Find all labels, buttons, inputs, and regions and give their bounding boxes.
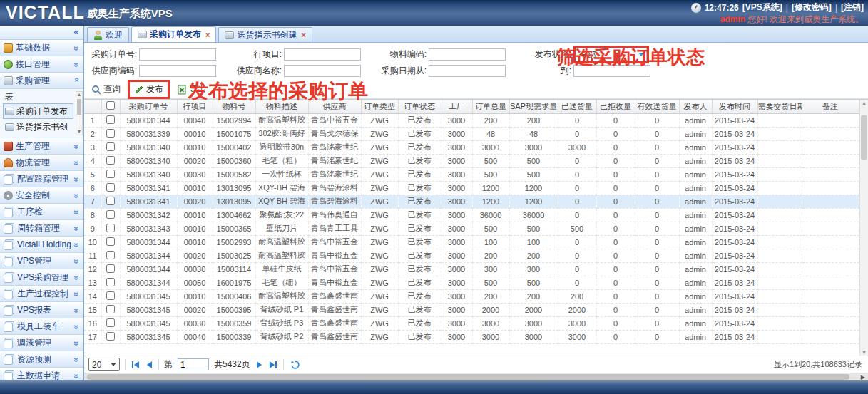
vps-system-link[interactable]: [VPS系统] [742,1,782,14]
material-code-input[interactable] [429,48,506,61]
sidebar-item-6[interactable]: 安全控制» [0,187,83,204]
table-row[interactable]: 1758000313450004015000339背绒砂纸 P2青岛鑫盛世南ZW… [84,330,859,343]
row-checkbox[interactable] [106,291,115,300]
date-from-input[interactable] [429,65,506,77]
column-header[interactable]: 已拒收量 [596,100,635,113]
column-header[interactable]: 采购订单号 [120,100,177,113]
sidebar-item-15[interactable]: 调漆管理» [0,335,83,351]
sidebar-item-2[interactable]: 采购管理» [0,73,83,89]
table-row[interactable]: 958000313430001015000365壁纸刀片青岛青工工具ZWG已发布… [84,222,859,235]
column-header[interactable]: 发布人 [679,100,712,113]
table-row[interactable]: 1258000313440003015003114单硅牛皮纸青岛中裕五金ZWG已… [84,262,859,276]
scroll-right-icon[interactable]: ▶ [861,374,865,380]
tab-2[interactable]: 送货指示书创建× [218,27,312,42]
tab-0[interactable]: 欢迎 [87,27,129,42]
column-header[interactable]: 订单总量 [472,100,509,113]
row-checkbox[interactable] [106,115,115,124]
row-checkbox[interactable] [106,183,115,192]
row-checkbox[interactable] [106,129,115,138]
supplier-name-input[interactable] [284,65,361,77]
page-number-input[interactable] [178,358,209,370]
sidebar-item-14[interactable]: 模具工装车» [0,318,83,335]
change-password-link[interactable]: [修改密码] [792,1,832,14]
prev-page-button[interactable] [145,360,153,370]
tab-close-icon[interactable]: × [301,31,305,39]
sidebar-item-9[interactable]: Victall Holding» [0,237,83,253]
table-row[interactable]: 358000313400001015000402透明胶带30n青岛洺豪世纪ZWG… [84,140,859,154]
horizontal-scroll-thumb[interactable] [87,374,849,380]
sidebar-item-0[interactable]: 基础数据» [0,40,83,56]
tab-1[interactable]: 采购订单发布× [131,26,216,42]
table-row[interactable]: 658000313410001013013095XQY-BH 碧海青岛碧海涂料Z… [84,181,859,195]
row-checkbox[interactable] [106,305,115,313]
row-checkbox[interactable] [106,210,115,219]
row-checkbox[interactable] [106,197,115,205]
scroll-up-icon[interactable]: ▲ [860,100,868,106]
row-checkbox[interactable] [106,237,115,246]
table-row[interactable]: 458000313400002015000360毛笔（粗）青岛洺豪世纪ZWG已发… [84,154,859,167]
submenu-scrollbar[interactable]: ▲▼ [76,91,83,135]
last-page-button[interactable] [268,360,278,370]
next-page-button[interactable] [255,360,263,370]
column-header[interactable]: 需要交货日期 [757,100,802,113]
sidebar-item-4[interactable]: 物流管理» [0,155,83,171]
sidebar-item-5[interactable]: 配置跟踪管理» [0,171,83,187]
row-checkbox[interactable] [106,170,115,178]
select-all-checkbox[interactable] [106,101,115,110]
table-row[interactable]: 1358000313440005016001975毛笔（细）青岛中裕五金ZWG已… [84,276,859,289]
column-header[interactable]: 备注 [802,100,859,113]
submenu-item-0[interactable]: 采购订单发布 [3,103,73,119]
scroll-up-icon[interactable]: ▲ [76,92,82,98]
table-row[interactable]: 758000313410002013013095XQY-BH 碧海青岛碧海涂料Z… [84,195,859,208]
column-header[interactable]: 发布时间 [712,100,757,113]
horizontal-scrollbar[interactable]: ▶ [84,373,868,380]
sidebar-item-3[interactable]: 生产管理» [0,138,83,155]
sidebar-item-1[interactable]: 接口管理» [0,56,83,73]
publish-button[interactable]: 发布 [130,82,168,97]
query-button[interactable]: 查询 [87,82,125,97]
first-page-button[interactable] [131,360,141,370]
sidebar-item-17[interactable]: 主数据申请» [0,368,83,380]
column-header[interactable]: SAP现需求量 [509,100,558,113]
column-header[interactable]: 有效送货量 [635,100,679,113]
sidebar-item-8[interactable]: 周转箱管理» [0,220,83,237]
submenu-scroll-thumb[interactable] [77,99,81,115]
row-checkbox[interactable] [106,224,115,232]
table-row[interactable]: 1558000313450002015000395背绒砂纸 P1青岛鑫盛世南ZW… [84,303,859,316]
vertical-scrollbar[interactable]: ▲ ▼ [859,100,868,356]
sidebar-item-16[interactable]: 资源预测» [0,351,83,368]
line-item-input[interactable] [284,48,361,61]
tab-close-icon[interactable]: × [205,31,210,39]
vertical-scroll-thumb[interactable] [861,115,867,160]
refresh-button[interactable] [289,358,302,371]
sidebar-item-7[interactable]: 工序检» [0,204,83,220]
scroll-down-icon[interactable]: ▼ [860,349,868,356]
page-size-select[interactable]: 20 [88,358,120,371]
table-row[interactable]: 258000313390001015001075302胶:哥俩好青岛戈尔德保ZW… [84,127,859,140]
row-checkbox[interactable] [106,142,115,151]
column-header[interactable]: 工厂 [441,100,472,113]
table-row[interactable]: 1458000313450001015000406耐高温塑料胶青岛鑫盛世南ZWG… [84,289,859,303]
po-number-input[interactable] [139,48,216,61]
logout-link[interactable]: [注销] [841,1,864,14]
sidebar-item-11[interactable]: VPS采购管理» [0,269,83,286]
row-checkbox[interactable] [106,318,115,327]
row-checkbox[interactable] [106,264,115,273]
column-header[interactable]: 订单状态 [398,100,441,113]
row-checkbox[interactable] [106,156,115,165]
column-header[interactable]: 已送货量 [558,100,596,113]
sidebar-item-13[interactable]: VPS报表» [0,302,83,318]
table-row[interactable]: 1658000313450003015000359背绒砂纸 P3青岛鑫盛世南ZW… [84,316,859,330]
row-checkbox[interactable] [106,278,115,286]
table-row[interactable]: 1158000313440002015003025耐高温塑料胶青岛中裕五金ZWG… [84,249,859,262]
table-row[interactable]: 1058000313440001015002993耐高温塑料胶青岛中裕五金ZWG… [84,235,859,249]
table-row[interactable]: 558000313400003015000582一次性纸杯青岛洺豪世纪ZWG已发… [84,167,859,181]
sidebar-item-10[interactable]: VPS管理» [0,253,83,269]
row-checkbox[interactable] [106,251,115,259]
sidebar-item-12[interactable]: 生产过程控制» [0,286,83,302]
scroll-down-icon[interactable]: ▼ [76,129,82,135]
row-checkbox[interactable] [106,332,115,341]
sidebar-collapse-button[interactable]: « [0,26,83,40]
submenu-item-1[interactable]: 送货指示书创 [3,119,73,135]
supplier-code-input[interactable] [139,65,216,77]
